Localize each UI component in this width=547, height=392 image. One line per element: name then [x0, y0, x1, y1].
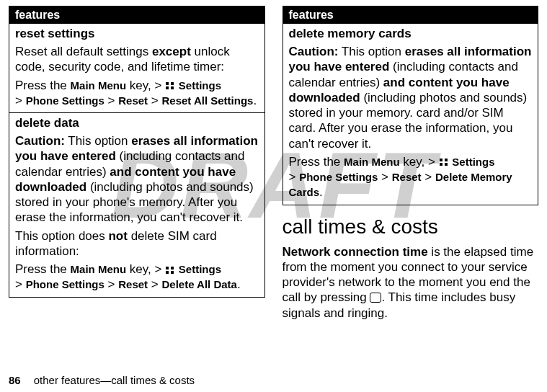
nav-phone-settings: Phone Settings: [26, 278, 104, 290]
page-content: features reset settings Reset all defaul…: [0, 0, 547, 321]
svg-rect-7: [171, 271, 174, 274]
reset-settings-body: Reset all default settings except unlock…: [9, 43, 264, 112]
settings-menu-icon: [165, 81, 175, 90]
features-table-right: features delete memory cards Caution: Th…: [283, 6, 539, 205]
key-name: Main Menu: [71, 263, 127, 275]
sep: >: [148, 94, 161, 107]
sep: >: [148, 277, 161, 291]
right-column: features delete memory cards Caution: Th…: [283, 6, 539, 321]
period: .: [237, 277, 241, 291]
settings-menu-icon: [439, 158, 449, 166]
page-number: 86: [9, 374, 21, 386]
text: key, >: [126, 79, 165, 92]
text: key, >: [400, 155, 439, 169]
left-column: features reset settings Reset all defaul…: [9, 6, 265, 321]
nav-reset: Reset: [118, 278, 148, 290]
svg-rect-4: [166, 267, 169, 270]
text: Press the: [15, 79, 71, 92]
key-name: Main Menu: [344, 156, 400, 168]
sep: >: [104, 94, 118, 107]
nav-reset: Reset: [392, 171, 422, 183]
svg-rect-6: [166, 271, 169, 274]
caution-label: Caution:: [289, 45, 339, 58]
sep: >: [378, 170, 391, 184]
text: This option: [338, 45, 404, 58]
nav-delete-all-data: Delete All Data: [161, 278, 236, 290]
reset-settings-title: reset settings: [9, 24, 264, 43]
page-footer: 86other features—call times & costs: [9, 374, 195, 386]
table-header-left: features: [9, 6, 264, 24]
section-heading-call-times: call times & costs: [283, 215, 539, 239]
delete-memory-cards-title: delete memory cards: [283, 24, 538, 43]
table-header-right: features: [283, 6, 538, 24]
key-name: Main Menu: [71, 79, 127, 92]
sep: >: [15, 94, 26, 107]
sep: >: [15, 277, 26, 291]
text: This option: [65, 134, 131, 148]
delete-data-title: delete data: [9, 112, 264, 132]
svg-rect-10: [440, 163, 443, 166]
end-call-key-icon: [370, 293, 381, 303]
network-connection-paragraph: Network connection time is the elapsed t…: [283, 244, 539, 321]
nav-reset-all: Reset All Settings: [161, 94, 253, 107]
nav-settings: Settings: [179, 263, 221, 275]
text: Press the: [289, 155, 344, 169]
settings-menu-icon: [165, 266, 175, 275]
text-bold: except: [152, 45, 191, 58]
svg-rect-9: [445, 159, 448, 161]
footer-text: other features—call times & costs: [34, 374, 195, 386]
caution-label: Caution:: [15, 134, 65, 148]
delete-memory-cards-body: Caution: This option erases all informat…: [283, 43, 538, 205]
sep: >: [422, 170, 435, 184]
svg-rect-5: [171, 267, 174, 270]
svg-rect-0: [166, 82, 169, 85]
period: .: [253, 94, 257, 107]
period: .: [319, 185, 323, 199]
svg-rect-8: [440, 159, 443, 161]
text-bold: Network connection time: [283, 245, 428, 259]
delete-data-body: Caution: This option erases all informat…: [9, 132, 264, 297]
text: Press the: [15, 262, 71, 276]
text: This option does: [15, 229, 108, 243]
svg-rect-2: [166, 86, 169, 89]
sep: >: [289, 170, 300, 184]
nav-phone-settings: Phone Settings: [26, 94, 104, 107]
nav-settings: Settings: [179, 79, 221, 92]
svg-rect-1: [171, 82, 174, 85]
svg-rect-11: [445, 163, 448, 166]
sep: >: [104, 277, 118, 291]
text: Reset all default settings: [15, 45, 152, 58]
svg-rect-3: [171, 86, 174, 89]
features-table-left: features reset settings Reset all defaul…: [9, 6, 265, 298]
nav-phone-settings: Phone Settings: [299, 171, 378, 183]
nav-settings: Settings: [452, 156, 494, 168]
nav-reset: Reset: [118, 94, 148, 107]
text-bold: not: [108, 229, 127, 243]
text: key, >: [126, 262, 165, 276]
